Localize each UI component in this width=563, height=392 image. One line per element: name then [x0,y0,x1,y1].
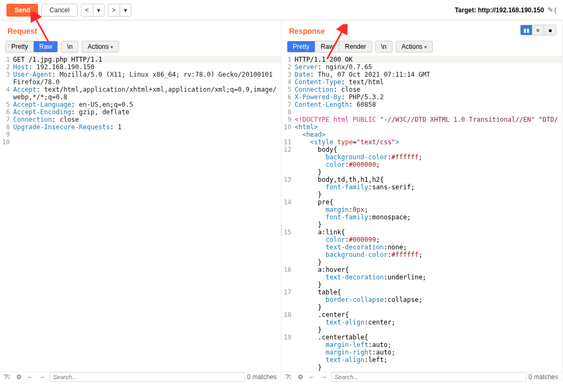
match-count: 0 matches [529,373,558,381]
layout-single-button[interactable]: ■ [544,25,556,35]
layout-rows-button[interactable]: ≡ [532,25,544,35]
match-count: 0 matches [247,373,277,381]
splitter-grip[interactable]: ⋮⋮ [277,228,285,233]
request-footer: ?⃝ ⚙ ← → 0 matches [0,372,281,382]
prev-icon[interactable]: ← [26,372,35,382]
response-footer: ?⃝ ⚙ ← → 0 matches [282,372,562,382]
next-icon[interactable]: → [319,372,329,382]
response-tabs: Pretty Raw Render \n Actions [282,41,562,56]
request-title: Request [0,20,281,41]
tab-nl[interactable]: \n [61,41,78,53]
layout-columns-button[interactable]: ▮▮ [521,25,532,35]
target-extra-icon[interactable]: ( [554,6,557,14]
send-button[interactable]: Send [6,4,38,17]
search-input[interactable] [49,372,245,382]
response-panel: Response Pretty Raw Render \n Actions 1H… [282,20,563,382]
history-back-dropdown[interactable]: ▾ [93,4,105,17]
history-fwd-group: > ▾ [108,4,131,17]
tab-raw[interactable]: Raw [315,41,339,52]
layout-switch: ▮▮ ≡ ■ [520,25,557,35]
search-input[interactable] [331,372,527,382]
target-label: Target: http://192.168.190.150 [455,6,544,14]
history-back-group: < ▾ [81,4,105,17]
gear-icon[interactable]: ⚙ [14,372,24,382]
request-panel: Request Pretty Raw \n Actions 1GET /1.jp… [0,20,282,382]
tab-nl[interactable]: \n [375,41,392,53]
edit-target-icon[interactable]: ✎ [547,6,553,14]
tab-pretty[interactable]: Pretty [287,41,315,52]
request-tabs: Pretty Raw \n Actions [0,41,281,56]
prev-icon[interactable]: ← [307,372,317,382]
tab-pretty[interactable]: Pretty [6,41,34,52]
history-fwd-button[interactable]: > [108,4,120,17]
gear-icon[interactable]: ⚙ [295,372,305,382]
next-icon[interactable]: → [38,372,47,382]
request-response-columns: ▮▮ ≡ ■ Request Pretty Raw \n Actions 1GE… [0,20,563,382]
help-icon[interactable]: ?⃝ [284,372,293,382]
response-editor[interactable]: 1HTTP/1.1 200 OK2Server: nginx/0.7.653Da… [282,56,562,372]
tab-raw[interactable]: Raw [34,41,57,52]
actions-menu[interactable]: Actions [82,41,118,53]
topbar: Send Cancel < ▾ > ▾ Target: http://192.1… [0,0,563,20]
cancel-button[interactable]: Cancel [41,4,77,17]
history-fwd-dropdown[interactable]: ▾ [120,4,131,17]
request-editor[interactable]: 1GET /1.jpg.php HTTP/1.12Host: 192.168.1… [0,56,281,372]
actions-menu[interactable]: Actions [396,41,433,53]
history-back-button[interactable]: < [81,4,93,17]
help-icon[interactable]: ?⃝ [2,372,12,382]
tab-render[interactable]: Render [339,41,371,52]
